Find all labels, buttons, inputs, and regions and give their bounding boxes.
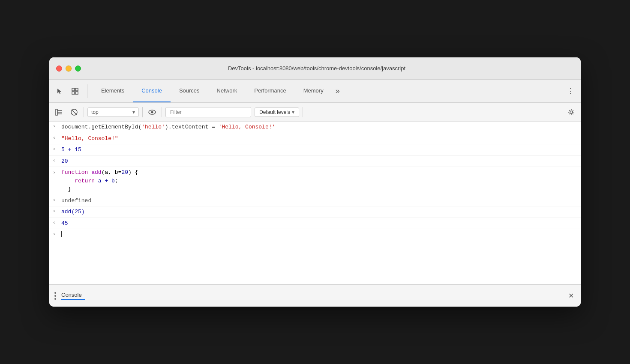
console-line: › document.getElementById('hello').textC… [49, 122, 581, 133]
toolbar-divider-1 [84, 107, 84, 117]
output-arrow: ‹ [53, 219, 61, 225]
toolbar-divider-4 [303, 107, 303, 117]
drawer-close-button[interactable]: ✕ [567, 290, 576, 301]
drawer-title: Console [61, 292, 85, 298]
tab-sources[interactable]: Sources [171, 80, 208, 102]
console-line: ‹ undefined [49, 195, 581, 207]
line-content: 20 [61, 157, 577, 166]
console-line: › function add(a, b=20) { return a + b; … [49, 167, 581, 195]
no-entry-button[interactable] [68, 106, 80, 118]
console-output: › document.getElementById('hello').textC… [49, 122, 581, 284]
line-content: 5 + 15 [61, 146, 577, 154]
console-input[interactable] [61, 231, 62, 237]
console-line: ‹ 20 [49, 156, 581, 167]
inspect-icon [72, 88, 78, 95]
drawer-handle[interactable] [54, 292, 56, 300]
line-content: document.getElementById('hello').textCon… [61, 123, 577, 131]
toolbar-right [565, 106, 577, 118]
tabbar-icons [53, 84, 87, 98]
eye-icon [148, 108, 156, 116]
clear-console-button[interactable] [53, 106, 65, 118]
input-arrow: › [53, 208, 61, 214]
line-content: "Hello, Console!" [61, 134, 577, 143]
sidebar-icon [55, 109, 62, 116]
svg-rect-1 [75, 88, 78, 91]
prompt-arrow: › [53, 231, 61, 237]
context-selector[interactable]: top ▾ [87, 107, 139, 117]
output-arrow: ‹ [53, 157, 61, 163]
drawer-label-wrap: Console [61, 292, 85, 300]
svg-rect-4 [56, 109, 57, 115]
tabbar-divider [560, 85, 560, 98]
svg-rect-3 [75, 92, 78, 94]
more-tabs-button[interactable]: » [332, 80, 343, 102]
line-content: add(25) [61, 208, 577, 216]
tabs: Elements Console Sources Network Perform… [93, 80, 556, 102]
filter-input[interactable] [165, 107, 251, 117]
console-line: › add(25) [49, 206, 581, 218]
cursor-icon-btn[interactable] [53, 84, 66, 98]
titlebar: DevTools - localhost:8080/web/tools/chro… [49, 57, 581, 80]
tab-performance[interactable]: Performance [246, 80, 294, 102]
devtools-window: DevTools - localhost:8080/web/tools/chro… [49, 57, 581, 307]
tabbar: Elements Console Sources Network Perform… [49, 80, 581, 103]
svg-point-12 [570, 111, 573, 113]
svg-rect-0 [72, 88, 75, 91]
input-arrow: › [53, 123, 61, 129]
console-toolbar: top ▾ Default levels ▾ [49, 103, 581, 122]
svg-rect-2 [72, 92, 75, 94]
gear-icon [568, 109, 575, 116]
line-content: undefined [61, 197, 577, 205]
line-content: function add(a, b=20) { return a + b; } [61, 168, 577, 194]
window-title: DevTools - localhost:8080/web/tools/chro… [60, 65, 574, 72]
drawer-underline [61, 299, 85, 300]
console-line: ‹ 45 [49, 218, 581, 230]
toolbar-divider-3 [162, 107, 162, 117]
input-arrow: › [53, 146, 61, 152]
eye-icon-btn[interactable] [146, 106, 158, 118]
line-content: 45 [61, 219, 577, 228]
tab-network[interactable]: Network [208, 80, 246, 102]
output-arrow: ‹ [53, 134, 61, 140]
inspect-icon-btn[interactable] [68, 84, 82, 98]
devtools-settings-button[interactable]: ⋮ [564, 84, 577, 98]
toolbar-divider-2 [142, 107, 143, 117]
output-arrow: ‹ [53, 197, 61, 203]
cursor-icon [56, 88, 63, 95]
tab-elements[interactable]: Elements [93, 80, 133, 102]
tab-console[interactable]: Console [133, 80, 171, 102]
log-levels-button[interactable]: Default levels ▾ [255, 107, 299, 117]
input-arrow: › [53, 169, 61, 175]
console-input-line[interactable]: › [49, 229, 581, 239]
bottom-drawer: Console ✕ [49, 284, 581, 307]
console-settings-button[interactable] [565, 106, 577, 118]
svg-point-11 [151, 111, 153, 113]
console-line: ‹ "Hello, Console!" [49, 133, 581, 145]
svg-line-9 [72, 110, 77, 115]
no-entry-icon [71, 109, 78, 116]
tab-memory[interactable]: Memory [295, 80, 332, 102]
console-line: › 5 + 15 [49, 144, 581, 156]
